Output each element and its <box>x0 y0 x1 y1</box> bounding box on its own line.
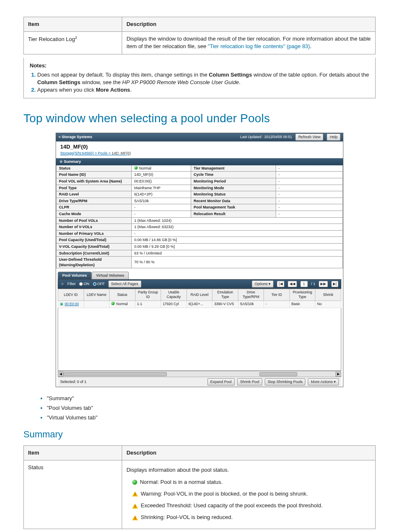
note-2: Appears when you click More Actions. <box>37 86 369 94</box>
summary-grid: StatusNormalTier Management-Pool Name (I… <box>56 165 343 269</box>
tier-relocation-log-label: Tier Relocation Log <box>28 36 75 43</box>
page-current[interactable]: 1 <box>300 281 308 287</box>
collapse-icon: ☆ <box>59 159 63 164</box>
crumb-storage[interactable]: Storage(S/N:64560) <box>60 151 94 155</box>
col-header[interactable]: Provisioning Type <box>289 289 315 301</box>
link-summary[interactable]: "Summary" <box>47 395 376 402</box>
pool-volumes-grid: LDEV IDLDEV NameStatusParity Group IDUsa… <box>58 289 341 371</box>
page-first-button[interactable]: |◀ <box>277 281 284 287</box>
col-header[interactable]: RAID Level <box>187 289 212 301</box>
warning-icon <box>132 491 138 496</box>
options-button[interactable]: Options ▾ <box>252 280 274 288</box>
filter-off-radio[interactable] <box>93 282 97 286</box>
page-last-button[interactable]: ▶| <box>331 281 338 287</box>
section-links: "Summary" "Pool Volumes tab" "Virtual Vo… <box>47 395 376 422</box>
refresh-view-button[interactable]: Refresh View <box>295 134 323 141</box>
tier-relocation-link[interactable]: "Tier relocation log file contents" (pag… <box>208 43 310 49</box>
help-button[interactable]: Help <box>327 134 340 141</box>
more-actions-button[interactable]: More Actions ▾ <box>308 378 339 386</box>
col-item: Item <box>24 446 122 460</box>
expand-pool-button[interactable]: Expand Pool <box>207 378 235 386</box>
crumb-pools[interactable]: Pools <box>98 151 107 155</box>
col-header[interactable]: Drive Type/RPM <box>238 289 264 301</box>
desc-status: Displays information about the pool stat… <box>122 460 376 529</box>
col-header[interactable]: Status <box>110 289 136 301</box>
cell-item: Tier Relocation Log2 <box>24 32 122 54</box>
table-row[interactable]: ▣ 00:E0:00 Normal 1-1 17920 Cyl 6(14D+..… <box>58 301 341 308</box>
crumb-current: 14D_MF(0) <box>112 151 131 155</box>
summary-table: Item Description Status Displays informa… <box>23 445 376 529</box>
page-next-button[interactable]: ▶▶ <box>319 281 328 287</box>
grid-toolbar: ☆ Filter ON OFF Select All Pages Options… <box>58 279 341 289</box>
tier-relocation-table: Item Description Tier Relocation Log2 Di… <box>23 17 376 54</box>
exceeded-threshold-icon <box>132 504 138 509</box>
normal-icon <box>132 480 137 485</box>
tab-virtual-volumes[interactable]: Virtual Volumes <box>92 272 129 279</box>
col-desc: Description <box>122 446 376 460</box>
cell-desc: Displays the window to download the resu… <box>122 32 376 54</box>
item-status: Status <box>24 460 122 529</box>
scroll-left-icon[interactable]: ◀ <box>58 372 64 377</box>
link-virtual-volumes-tab[interactable]: "Virtual Volumes tab" <box>47 414 376 421</box>
storage-systems-tab[interactable]: « Storage Systems <box>59 134 237 140</box>
col-header[interactable]: Emulation Type <box>212 289 238 301</box>
tab-pool-volumes[interactable]: Pool Volumes <box>58 272 92 279</box>
notes-block: Notes: Does not appear by default. To di… <box>23 58 376 99</box>
page-title: 14D_MF(0) <box>60 143 339 151</box>
filter-label: Filter <box>67 281 76 287</box>
col-item: Item <box>24 17 122 32</box>
last-updated: Last Updated : 2012/04/05 09:51 <box>240 135 292 140</box>
col-header[interactable]: LDEV ID <box>58 289 84 301</box>
shrinking-icon <box>132 515 138 520</box>
scroll-right-icon[interactable]: ▶ <box>335 372 341 377</box>
link-pool-volumes-tab[interactable]: "Pool Volumes tab" <box>47 404 376 412</box>
summary-subheading: Summary <box>23 428 376 441</box>
app-titlebar: « Storage Systems Last Updated : 2012/04… <box>56 133 343 141</box>
select-all-pages-button[interactable]: Select All Pages <box>108 280 141 288</box>
app-window: « Storage Systems Last Updated : 2012/04… <box>56 133 343 387</box>
col-header[interactable]: Shrink <box>315 289 341 301</box>
breadcrumb: 14D_MF(0) Storage(S/N:64560) > Pools > 1… <box>56 141 343 159</box>
col-header[interactable]: Usable Capacity <box>161 289 187 301</box>
horizontal-scrollbar[interactable]: ◀ ▶ <box>58 371 341 377</box>
note-1: Does not appear by default. To display t… <box>37 71 369 86</box>
notes-heading: Notes: <box>30 62 369 69</box>
section-heading: Top window when selecting a pool under P… <box>23 110 376 126</box>
footnote-ref: 2 <box>75 36 77 40</box>
summary-bar[interactable]: ☆ Summary <box>56 158 343 165</box>
col-header[interactable]: Tier ID <box>264 289 290 301</box>
shrink-pool-button[interactable]: Shrink Pool <box>237 378 262 386</box>
selected-count: Selected: 0 of 1 <box>60 379 87 385</box>
filter-on-radio[interactable] <box>79 282 83 286</box>
col-header[interactable]: Parity Group ID <box>135 289 161 301</box>
grid-footer: Selected: 0 of 1 Expand Pool Shrink Pool… <box>58 377 341 387</box>
filter-icon: ☆ <box>61 281 64 287</box>
col-header[interactable]: LDEV Name <box>84 289 110 301</box>
stop-shrinking-button[interactable]: Stop Shrinking Pools <box>265 378 306 386</box>
status-icon <box>111 302 115 305</box>
ldev-link[interactable]: 00:E0:00 <box>64 302 79 306</box>
col-desc: Description <box>122 17 376 32</box>
page-prev-button[interactable]: ◀◀ <box>288 281 297 287</box>
page-total: / 1 <box>311 281 315 287</box>
